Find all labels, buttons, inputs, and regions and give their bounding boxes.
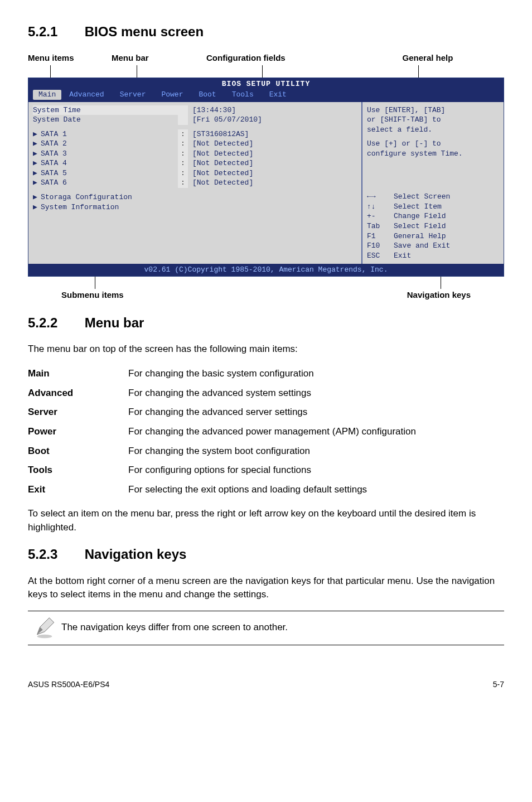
callouts-bot: Submenu items Navigation keys [28, 289, 504, 301]
row-system-time[interactable]: System Time [13:44:30] [33, 105, 357, 115]
tab-exit[interactable]: Exit [262, 90, 294, 100]
triangle-icon: ▶ [33, 139, 41, 149]
lbl-system-time: System Time [33, 105, 178, 115]
table-row: BootFor changing the system boot configu… [28, 442, 504, 461]
table-row: AdvancedFor changing the advanced system… [28, 384, 504, 403]
bios-window: BIOS SETUP UTILITY Main Advanced Server … [28, 78, 504, 277]
callout-menu-items: Menu items [28, 52, 112, 64]
callouts-top: Menu items Menu bar Configuration fields… [28, 52, 504, 64]
bios-menu-bar: Main Advanced Server Power Boot Tools Ex… [28, 90, 504, 102]
callout-submenu-items: Submenu items [28, 289, 266, 301]
note-text: The navigation keys differ from one scre… [61, 621, 288, 635]
table-row: ExitFor selecting the exit options and l… [28, 480, 504, 500]
p-522-intro: The menu bar on top of the screen has th… [28, 342, 504, 356]
triangle-icon: ▶ [33, 192, 41, 202]
callout-general-help: General help [351, 52, 504, 64]
row-sata3[interactable]: ▶SATA 3:[Not Detected] [33, 149, 357, 159]
tab-boot[interactable]: Boot [191, 90, 224, 100]
sectitle-521: BIOS menu screen [85, 24, 204, 39]
row-sata5[interactable]: ▶SATA 5:[Not Detected] [33, 168, 357, 178]
bios-left-pane: System Time [13:44:30] System Date [Fri … [28, 102, 361, 264]
row-sata4[interactable]: ▶SATA 4:[Not Detected] [33, 158, 357, 168]
row-system-date[interactable]: System Date [Fri 05/07/2010] [33, 115, 357, 125]
row-storage-config[interactable]: ▶Storaga Configuration [33, 192, 357, 202]
footer-right: 5-7 [493, 679, 504, 690]
callout-config-fields: Configuration fields [206, 52, 351, 64]
tab-power[interactable]: Power [153, 90, 191, 100]
menu-definitions-table: MainFor changing the basic system config… [28, 364, 504, 499]
row-sata1[interactable]: ▶SATA 1:[ST3160812AS] [33, 129, 357, 139]
help-text: Use [ENTER], [TAB] or [SHIFT-TAB] to sel… [367, 105, 499, 159]
svg-point-0 [37, 634, 52, 638]
triangle-icon: ▶ [33, 178, 41, 188]
secnum-521: 5.2.1 [28, 22, 81, 42]
callout-navigation-keys: Navigation keys [266, 289, 504, 301]
tab-tools[interactable]: Tools [224, 90, 262, 100]
heading-522: 5.2.2 Menu bar [28, 313, 504, 333]
secnum-523: 5.2.3 [28, 545, 81, 564]
p-523: At the bottom right corner of a menu scr… [28, 574, 504, 602]
sectitle-522: Menu bar [85, 315, 144, 330]
lbl-system-date: System Date [33, 115, 178, 125]
callout-lines-bot [28, 277, 504, 289]
callout-menu-bar: Menu bar [112, 52, 206, 64]
tab-advanced[interactable]: Advanced [61, 90, 112, 100]
row-sata6[interactable]: ▶SATA 6:[Not Detected] [33, 178, 357, 188]
tab-server[interactable]: Server [112, 90, 154, 100]
p-522-outro: To select an item on the menu bar, press… [28, 507, 504, 534]
heading-523: 5.2.3 Navigation keys [28, 545, 504, 564]
triangle-icon: ▶ [33, 202, 41, 212]
row-system-info[interactable]: ▶System Information [33, 202, 357, 212]
help-nav-keys: ←→Select Screen ↑↓Select Item +-Change F… [367, 192, 499, 260]
bios-help-pane: Use [ENTER], [TAB] or [SHIFT-TAB] to sel… [361, 102, 504, 264]
bios-footer: v02.61 (C)Copyright 1985-2010, American … [28, 264, 504, 276]
heading-521: 5.2.1 BIOS menu screen [28, 22, 504, 42]
tab-main[interactable]: Main [33, 90, 61, 100]
triangle-icon: ▶ [33, 129, 41, 139]
row-sata2[interactable]: ▶SATA 2:[Not Detected] [33, 139, 357, 149]
val-system-time: [13:44:30] [188, 105, 236, 115]
bios-title: BIOS SETUP UTILITY [28, 78, 504, 90]
table-row: ServerFor changing the advanced server s… [28, 403, 504, 422]
callout-lines-top [28, 65, 504, 78]
table-row: ToolsFor configuring options for special… [28, 461, 504, 480]
secnum-522: 5.2.2 [28, 313, 81, 333]
triangle-icon: ▶ [33, 149, 41, 159]
sectitle-523: Navigation keys [85, 547, 187, 562]
page-footer: ASUS RS500A-E6/PS4 5-7 [28, 679, 504, 690]
val-system-date: [Fri 05/07/2010] [188, 115, 262, 125]
bios-body: System Time [13:44:30] System Date [Fri … [28, 102, 504, 264]
triangle-icon: ▶ [33, 158, 41, 168]
footer-left: ASUS RS500A-E6/PS4 [28, 679, 109, 690]
triangle-icon: ▶ [33, 168, 41, 178]
table-row: PowerFor changing the advanced power man… [28, 422, 504, 442]
table-row: MainFor changing the basic system config… [28, 364, 504, 384]
note-block: The navigation keys differ from one scre… [28, 611, 504, 645]
pencil-icon [28, 617, 61, 639]
